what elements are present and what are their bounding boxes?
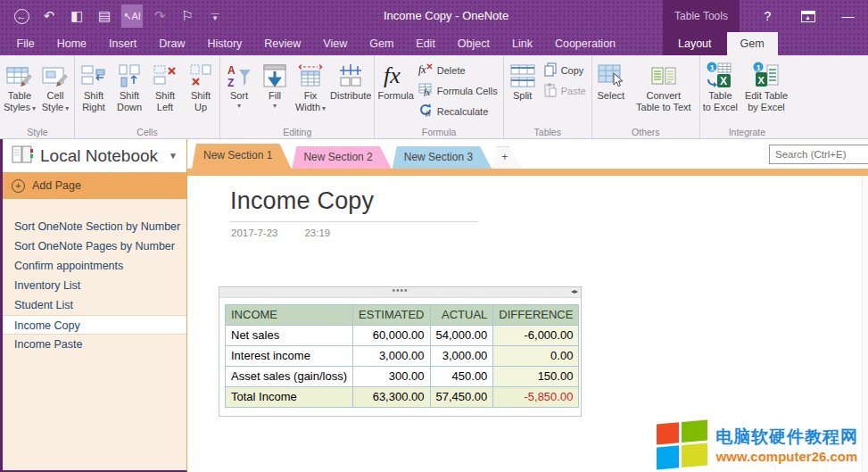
tab-gem[interactable]: Gem bbox=[359, 32, 405, 55]
shift-left-icon bbox=[152, 61, 178, 90]
table-styles-button[interactable]: Table Styles▾ bbox=[2, 57, 37, 113]
cell-estimated[interactable]: 300.00 bbox=[353, 367, 430, 387]
formula-cells-button[interactable]: fx Formula Cells bbox=[416, 80, 502, 101]
tab-file[interactable]: File bbox=[5, 32, 45, 55]
recalculate-button[interactable]: fx Recalculate bbox=[416, 101, 502, 121]
new-section-button[interactable]: + bbox=[492, 146, 521, 169]
customize-qat-icon[interactable]: —▾ bbox=[204, 4, 226, 28]
select-text-icon[interactable]: ↖AI bbox=[121, 4, 143, 28]
back-icon[interactable]: ← bbox=[11, 4, 32, 28]
button-label: Table bbox=[708, 90, 732, 102]
page-canvas[interactable]: Income Copy 2017-7-23 23:19 •••• ◂▸ I bbox=[187, 176, 868, 472]
page-title[interactable]: Income Copy bbox=[230, 187, 374, 215]
page-item[interactable]: Student List bbox=[0, 295, 186, 315]
page-item[interactable]: Sort OneNote Section by Number bbox=[0, 217, 186, 236]
cell-style-button[interactable]: Cell Style▾ bbox=[37, 57, 73, 113]
table-to-excel-button[interactable]: 1X Table to Excel bbox=[701, 57, 740, 113]
tab-gem-active[interactable]: Gem bbox=[727, 32, 778, 55]
convert-table-to-text-button[interactable]: Convert Table to Text bbox=[629, 57, 699, 113]
ribbon-display-options-button[interactable]: ▴ bbox=[788, 0, 828, 32]
shift-right-button[interactable]: Shift Right bbox=[76, 57, 112, 113]
search-input[interactable] bbox=[770, 149, 868, 160]
cell-label[interactable]: Asset sales (gain/loss) bbox=[226, 367, 353, 387]
pen-mode-icon[interactable]: ⚐ bbox=[177, 4, 198, 28]
cell-estimated[interactable]: 3,000.00 bbox=[353, 346, 430, 367]
full-page-view-icon[interactable]: ▤ bbox=[94, 4, 115, 28]
tab-link[interactable]: Link bbox=[501, 32, 544, 55]
paste-button[interactable]: Paste bbox=[541, 80, 591, 101]
search-box[interactable] bbox=[769, 145, 868, 164]
distribute-button[interactable]: Distribute bbox=[328, 57, 373, 102]
tab-insert[interactable]: Insert bbox=[98, 32, 148, 55]
vertical-scrollbar[interactable] bbox=[862, 176, 868, 472]
cell-difference[interactable]: 0.00 bbox=[493, 346, 579, 367]
select-button[interactable]: Select bbox=[593, 57, 629, 102]
split-button[interactable]: Split bbox=[505, 57, 541, 102]
page-date: 2017-7-23 bbox=[231, 228, 277, 238]
cell-estimated[interactable]: 63,300.00 bbox=[353, 387, 430, 408]
tab-view[interactable]: View bbox=[312, 32, 359, 55]
table-drag-handle-icon[interactable]: •••• bbox=[219, 286, 581, 295]
fix-width-button[interactable]: Fix Width▾ bbox=[293, 57, 328, 113]
tab-draw[interactable]: Draw bbox=[148, 32, 196, 55]
cell-actual[interactable]: 57,450.00 bbox=[430, 387, 493, 408]
col-header-actual[interactable]: ACTUAL bbox=[430, 305, 493, 326]
section-tab-3[interactable]: New Section 3 bbox=[393, 146, 492, 169]
col-header-difference[interactable]: DIFFERENCE bbox=[493, 305, 579, 326]
cell-difference[interactable]: -6,000.00 bbox=[493, 326, 579, 346]
svg-text:fx: fx bbox=[418, 63, 426, 76]
col-header-income[interactable]: INCOME bbox=[226, 305, 353, 326]
redo-icon[interactable]: ↷ bbox=[149, 4, 170, 28]
add-page-icon: + bbox=[12, 179, 25, 193]
tab-review[interactable]: Review bbox=[253, 32, 312, 55]
sort-button[interactable]: AZ Sort ▾ bbox=[221, 57, 257, 110]
table-tools-context-label: Table Tools bbox=[663, 0, 740, 32]
tab-object[interactable]: Object bbox=[446, 32, 500, 55]
button-label: Styles▾ bbox=[4, 102, 36, 113]
cell-label[interactable]: Net sales bbox=[226, 326, 353, 346]
page-item[interactable]: Income Paste bbox=[0, 335, 186, 354]
tab-layout[interactable]: Layout bbox=[663, 32, 727, 55]
formula-button[interactable]: fx Formula bbox=[376, 57, 415, 102]
section-tab-1[interactable]: New Section 1 bbox=[192, 144, 291, 169]
notebook-selector[interactable]: Local Notebook ▼ bbox=[0, 139, 186, 172]
page-item[interactable]: Sort OneNote Pages by Number bbox=[0, 236, 186, 256]
tab-edit[interactable]: Edit bbox=[405, 32, 447, 55]
watermark: 电脑软硬件教程网 www.computer26.com bbox=[657, 422, 858, 468]
section-tab-2[interactable]: New Section 2 bbox=[292, 146, 391, 169]
shift-up-button[interactable]: Shift Up bbox=[183, 57, 219, 113]
table-container[interactable]: •••• ◂▸ INCOME ESTIMATED ACTUAL DIFFEREN… bbox=[219, 286, 582, 417]
table-resize-arrows-icon[interactable]: ◂▸ bbox=[571, 287, 578, 295]
cell-actual[interactable]: 54,000.00 bbox=[430, 326, 493, 346]
help-button[interactable]: ? bbox=[748, 0, 788, 32]
tab-history[interactable]: History bbox=[196, 32, 253, 55]
minimize-button[interactable]: — bbox=[828, 0, 868, 32]
edit-table-by-excel-button[interactable]: 1X Edit Table by Excel bbox=[740, 57, 793, 113]
cell-estimated[interactable]: 60,000.00 bbox=[353, 326, 430, 346]
cell-actual[interactable]: 3,000.00 bbox=[430, 346, 493, 367]
add-page-button[interactable]: + Add Page bbox=[0, 172, 186, 199]
tab-cooperation[interactable]: Cooperation bbox=[543, 32, 626, 55]
dock-to-desktop-icon[interactable]: ◧ bbox=[66, 4, 87, 28]
cell-difference[interactable]: 150.00 bbox=[493, 367, 579, 387]
col-header-estimated[interactable]: ESTIMATED bbox=[353, 305, 430, 326]
copy-button[interactable]: Copy bbox=[541, 60, 591, 80]
cell-actual[interactable]: 450.00 bbox=[430, 367, 493, 387]
ribbon-group-style: Table Styles▾ Cell Style▾ Style bbox=[1, 55, 75, 138]
page-item[interactable]: Confirm appointments bbox=[0, 256, 186, 276]
undo-icon[interactable]: ↶ bbox=[38, 4, 60, 28]
page-item-selected[interactable]: Income Copy bbox=[0, 315, 186, 335]
tab-home[interactable]: Home bbox=[45, 32, 97, 55]
button-label: Edit Table bbox=[745, 90, 788, 102]
shift-left-button[interactable]: Shift Left bbox=[147, 57, 183, 113]
shift-down-button[interactable]: Shift Down bbox=[112, 57, 147, 113]
button-label: Up bbox=[194, 102, 207, 113]
table-header-strip[interactable]: •••• ◂▸ bbox=[219, 287, 581, 298]
delete-formula-button[interactable]: fx Delete bbox=[416, 60, 502, 80]
ribbon-group-others: Select Convert Table to Text Others bbox=[592, 55, 700, 138]
page-item[interactable]: Inventory List bbox=[0, 276, 186, 295]
cell-difference-negative[interactable]: -5,850.00 bbox=[493, 387, 579, 408]
cell-label[interactable]: Total Income bbox=[226, 387, 353, 408]
cell-label[interactable]: Interest income bbox=[226, 346, 353, 367]
fill-button[interactable]: Fill ▾ bbox=[257, 57, 293, 110]
